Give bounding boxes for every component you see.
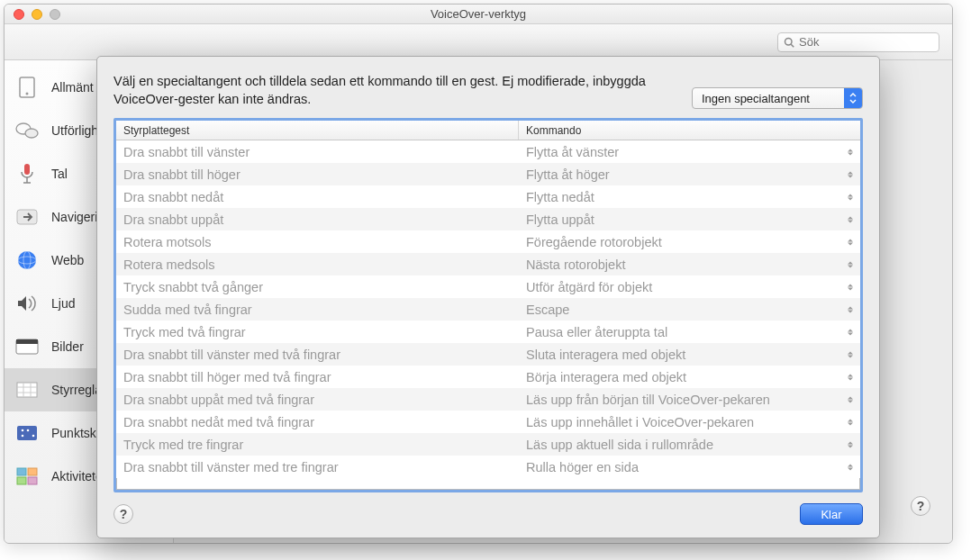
svg-rect-26 <box>28 468 37 475</box>
command-cell[interactable]: Flytta uppåt <box>519 212 860 227</box>
chevron-updown-icon <box>848 171 853 177</box>
svg-line-1 <box>791 44 794 47</box>
table-row[interactable]: Rotera medsolsNästa rotorobjekt <box>116 253 860 275</box>
sidebar-item-label: Ljud <box>51 296 75 311</box>
gesture-cell: Dra snabbt uppåt med två fingrar <box>116 393 519 407</box>
microphone-icon <box>14 162 41 185</box>
chevron-updown-icon <box>848 194 853 200</box>
table-row[interactable]: Dra snabbt till höger med två fingrarBör… <box>116 366 860 388</box>
column-header-gesture[interactable]: Styrplattegest <box>116 121 519 140</box>
command-cell[interactable]: Läs upp aktuell sida i rullområde <box>519 438 860 452</box>
gesture-cell: Dra snabbt uppåt <box>116 212 519 227</box>
table-body: Dra snabbt till vänsterFlytta åt vänster… <box>116 140 860 490</box>
svg-point-22 <box>22 435 24 438</box>
gesture-cell: Dra snabbt till vänster <box>116 145 519 159</box>
done-button[interactable]: Klar <box>800 503 863 525</box>
table-row[interactable]: Sudda med två fingrarEscape <box>116 298 860 321</box>
svg-rect-25 <box>17 468 26 475</box>
speaker-icon <box>14 292 41 315</box>
table-row[interactable]: Dra snabbt nedåtFlytta nedåt <box>116 185 860 208</box>
chevron-updown-icon <box>848 396 853 402</box>
table-row[interactable]: Dra snabbt till vänster med två fingrarS… <box>116 343 860 366</box>
svg-rect-6 <box>24 164 30 175</box>
command-cell[interactable]: Sluta interagera med objekt <box>519 348 860 362</box>
svg-point-0 <box>785 38 793 45</box>
svg-rect-15 <box>17 383 37 397</box>
braille-icon <box>14 421 41 445</box>
table-row[interactable]: Rotera motsolsFöregående rotorobjekt <box>116 230 860 253</box>
svg-rect-14 <box>16 339 38 344</box>
command-cell[interactable]: Rulla höger en sida <box>519 460 860 474</box>
table-row[interactable]: Dra snabbt uppåt med två fingrarLäs upp … <box>116 388 860 411</box>
table-row[interactable]: Dra snabbt till högerFlytta åt höger <box>116 163 860 185</box>
gesture-cell: Dra snabbt nedåt <box>116 190 519 204</box>
chevron-updown-icon <box>848 216 853 222</box>
chevron-updown-icon <box>848 284 853 290</box>
table-row[interactable]: Tryck med två fingrarPausa eller återupp… <box>116 321 860 343</box>
table-row[interactable]: Dra snabbt nedåt med två fingrarLäs upp … <box>116 411 860 433</box>
command-cell[interactable]: Escape <box>519 303 860 317</box>
gesture-commands-sheet: Välj en specialtangent och tilldela seda… <box>96 56 880 538</box>
speech-bubbles-icon <box>14 119 41 142</box>
command-cell[interactable]: Läs upp innehållet i VoiceOver-pekaren <box>519 415 860 429</box>
svg-point-24 <box>32 435 35 438</box>
command-cell[interactable]: Pausa eller återuppta tal <box>519 325 860 339</box>
gesture-cell: Tryck med tre fingrar <box>116 438 519 452</box>
command-cell[interactable]: Föregående rotorobjekt <box>519 235 860 249</box>
window-title: VoiceOver-verktyg <box>5 7 952 21</box>
help-button-sheet[interactable]: ? <box>113 504 133 524</box>
svg-rect-28 <box>28 477 37 484</box>
gesture-cell: Tryck snabbt två gånger <box>116 280 519 294</box>
chevron-updown-icon <box>848 261 853 267</box>
sidebar-item-label: Webb <box>51 253 84 267</box>
gesture-cell: Rotera medsols <box>116 257 519 272</box>
svg-point-3 <box>26 93 29 95</box>
command-cell[interactable]: Läs upp från början till VoiceOver-pekar… <box>519 393 860 407</box>
table-row[interactable]: Tryck snabbt två gångerUtför åtgärd för … <box>116 275 860 298</box>
gesture-table: Styrplattegest Kommando Dra snabbt till … <box>113 118 863 492</box>
search-field[interactable] <box>777 32 939 52</box>
sidebar-item-label: Tal <box>51 167 68 181</box>
gesture-cell: Sudda med två fingrar <box>116 303 519 317</box>
command-cell[interactable]: Flytta nedåt <box>519 190 860 204</box>
instruction-text: Välj en specialtangent och tilldela seda… <box>113 73 676 108</box>
table-row[interactable]: Dra snabbt till vänsterFlytta åt vänster <box>116 140 860 163</box>
help-button-main[interactable]: ? <box>911 496 930 516</box>
search-input[interactable] <box>799 35 933 49</box>
activities-icon <box>14 465 41 488</box>
modifier-key-popup[interactable]: Ingen specialtangent <box>692 87 863 109</box>
chevron-updown-icon <box>848 306 853 312</box>
svg-point-21 <box>22 429 24 432</box>
chevron-updown-icon <box>848 329 853 335</box>
column-header-command[interactable]: Kommando <box>519 121 860 140</box>
svg-point-5 <box>25 129 38 138</box>
command-cell[interactable]: Nästa rotorobjekt <box>519 257 860 272</box>
svg-point-10 <box>18 251 36 269</box>
gesture-cell: Rotera motsols <box>116 235 519 249</box>
command-cell[interactable]: Flytta åt höger <box>519 167 860 182</box>
gesture-cell: Dra snabbt till vänster med två fingrar <box>116 348 519 362</box>
table-row[interactable]: Dra snabbt till vänster med tre fingrarR… <box>116 456 860 478</box>
chevron-updown-icon <box>844 88 862 108</box>
table-row[interactable]: Tryck med tre fingrarLäs upp aktuell sid… <box>116 433 860 456</box>
svg-rect-20 <box>17 426 37 440</box>
chevron-updown-icon <box>848 441 853 447</box>
modifier-key-value: Ingen specialtangent <box>702 92 810 105</box>
chevron-updown-icon <box>848 464 853 470</box>
command-cell[interactable]: Utför åtgärd för objekt <box>519 280 860 294</box>
chevron-updown-icon <box>848 419 853 425</box>
command-cell[interactable]: Börja interagera med objekt <box>519 370 860 384</box>
gesture-cell: Dra snabbt till vänster med tre fingrar <box>116 460 519 474</box>
grid-icon <box>14 378 41 402</box>
toolbar <box>5 24 952 60</box>
chevron-updown-icon <box>848 374 853 380</box>
arrow-right-box-icon <box>14 205 41 229</box>
titlebar: VoiceOver-verktyg <box>5 5 952 24</box>
svg-rect-27 <box>17 477 26 484</box>
command-cell[interactable]: Flytta åt vänster <box>519 145 860 159</box>
search-icon <box>784 37 794 48</box>
gesture-cell: Dra snabbt till höger med två fingrar <box>116 370 519 384</box>
table-row[interactable]: Dra snabbt uppåtFlytta uppåt <box>116 208 860 230</box>
globe-icon <box>14 248 41 272</box>
chevron-updown-icon <box>848 239 853 245</box>
